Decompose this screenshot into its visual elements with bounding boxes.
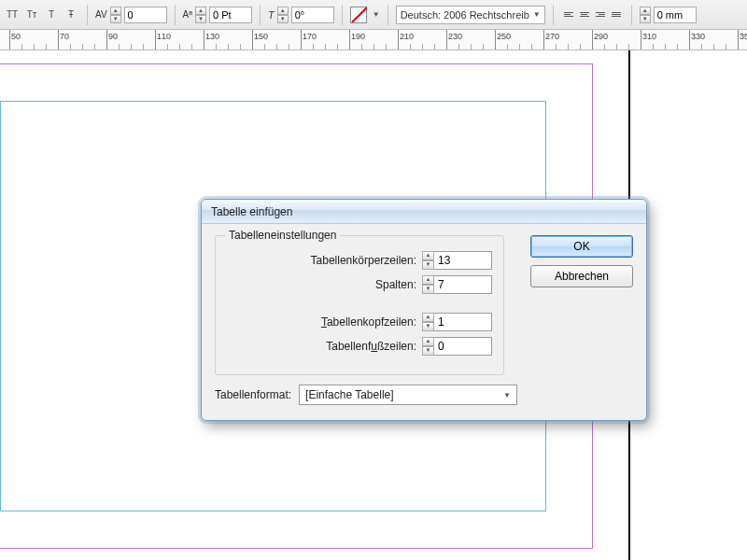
dialog-titlebar[interactable]: Tabelle einfügen	[202, 200, 646, 224]
language-value: Deutsch: 2006 Rechtschreib	[401, 9, 529, 21]
dialog-button-column: OK Abbrechen	[530, 235, 633, 405]
align-center-button[interactable]	[577, 7, 592, 22]
body-rows-label: Tabellenkörperzeilen:	[227, 254, 416, 267]
kerning-icon: AV	[95, 9, 107, 20]
body-rows-stepper[interactable]: ▲▼	[422, 251, 434, 270]
fill-swatch-none[interactable]	[350, 7, 367, 23]
strikethrough-button[interactable]: Ŧ	[63, 7, 79, 23]
skew-icon: T	[268, 9, 275, 21]
insert-table-dialog: Tabelle einfügen Tabelleneinstellungen T…	[201, 199, 647, 421]
dialog-body: Tabelleneinstellungen Tabellenkörperzeil…	[202, 224, 646, 420]
align-right-button[interactable]	[593, 7, 608, 22]
superscript-button[interactable]: T	[43, 7, 60, 23]
kerning-input[interactable]	[124, 7, 167, 23]
table-format-label: Tabellenformat:	[215, 388, 291, 401]
separator	[553, 5, 554, 25]
separator	[631, 5, 632, 25]
horizontal-ruler[interactable]: 5070901101301501701902102302502702903103…	[0, 30, 747, 50]
table-format-value: [Einfache Tabelle]	[305, 388, 394, 401]
footer-rows-input[interactable]	[434, 337, 492, 356]
baseline-shift-icon: Aª	[183, 9, 192, 20]
header-rows-input[interactable]	[434, 313, 492, 331]
indent-group: ▲▼	[640, 7, 697, 23]
separator	[388, 5, 388, 25]
columns-input[interactable]	[434, 275, 492, 294]
separator	[175, 5, 176, 25]
allcaps-button[interactable]: TT	[4, 7, 21, 23]
table-settings-group: Tabelleneinstellungen Tabellenkörperzeil…	[215, 235, 504, 375]
header-rows-stepper[interactable]: ▲▼	[422, 313, 434, 331]
ok-button[interactable]: OK	[530, 235, 633, 258]
align-justify-button[interactable]	[609, 7, 624, 22]
separator	[342, 5, 343, 25]
kerning-stepper[interactable]: ▲▼	[110, 7, 121, 23]
smallcaps-button[interactable]: Tт	[23, 7, 40, 23]
baseline-group: Aª ▲▼	[183, 7, 252, 23]
chevron-down-icon: ▼	[503, 391, 511, 399]
chevron-down-icon: ▼	[533, 10, 541, 19]
columns-row: Spalten: ▲▼	[227, 275, 492, 294]
skew-input[interactable]	[291, 7, 334, 23]
kerning-group: AV ▲▼	[95, 7, 167, 23]
skew-stepper[interactable]: ▲▼	[277, 7, 289, 23]
language-dropdown[interactable]: Deutsch: 2006 Rechtschreib ▼	[396, 6, 545, 24]
footer-rows-label: Tabellenfußzeilen:	[227, 340, 416, 353]
cancel-button[interactable]: Abbrechen	[530, 265, 633, 287]
paragraph-align-buttons	[561, 7, 624, 22]
pasteboard	[630, 50, 747, 560]
table-format-dropdown[interactable]: [Einfache Tabelle] ▼	[299, 385, 517, 405]
swatch-dropdown-icon[interactable]: ▼	[373, 10, 380, 19]
table-format-row: Tabellenformat: [Einfache Tabelle] ▼	[215, 385, 517, 405]
skew-group: T ▲▼	[268, 7, 334, 23]
body-rows-row: Tabellenkörperzeilen: ▲▼	[227, 251, 492, 270]
indent-input[interactable]	[654, 7, 697, 23]
align-left-button[interactable]	[561, 7, 576, 22]
body-rows-input[interactable]	[434, 251, 492, 270]
columns-stepper[interactable]: ▲▼	[422, 275, 434, 294]
header-rows-row: TTabellenkopfzeilen:abellenkopfzeilen: ▲…	[227, 313, 492, 331]
indent-stepper[interactable]: ▲▼	[640, 7, 651, 23]
baseline-input[interactable]	[209, 7, 252, 23]
columns-label: Spalten:	[227, 278, 416, 291]
footer-rows-row: Tabellenfußzeilen: ▲▼	[227, 337, 492, 356]
header-rows-label: TTabellenkopfzeilen:abellenkopfzeilen:	[227, 315, 416, 329]
baseline-stepper[interactable]: ▲▼	[195, 7, 206, 23]
separator	[87, 5, 88, 25]
separator	[260, 5, 261, 25]
control-panel: TT Tт T Ŧ AV ▲▼ Aª ▲▼ T ▲▼ ▼ Deutsch: 20…	[0, 0, 747, 30]
type-style-buttons: TT Tт T Ŧ	[4, 7, 79, 23]
group-legend: Tabelleneinstellungen	[225, 229, 340, 242]
dialog-title: Tabelle einfügen	[211, 205, 292, 218]
footer-rows-stepper[interactable]: ▲▼	[422, 337, 434, 356]
